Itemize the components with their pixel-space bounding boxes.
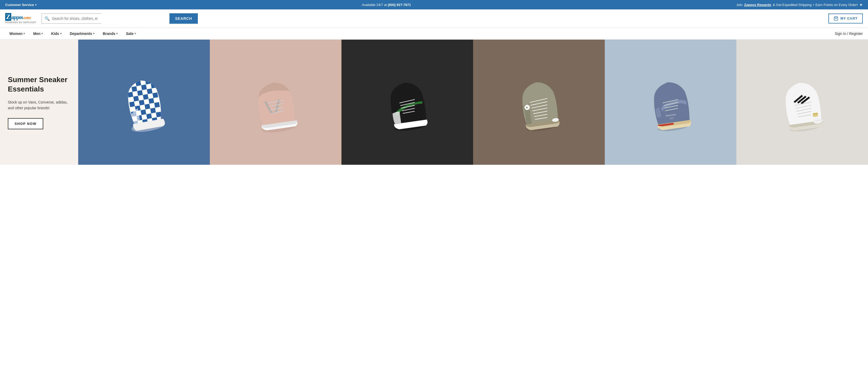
nav-sale-chevron-icon: ▾ xyxy=(134,32,136,35)
hero-description: Stock up on Vans, Converse, adidas, and … xyxy=(8,99,70,111)
customer-service-label: Customer Service xyxy=(5,3,34,7)
svg-rect-20 xyxy=(128,97,134,102)
sneaker-panel-newbalance xyxy=(210,40,341,165)
hero-text-box: Summer Sneaker Essentials Stock up on Va… xyxy=(0,40,78,165)
zappos-logo[interactable]: Zappos.com POWERED BY SERVICE® xyxy=(5,13,36,24)
sneaker-panel-saucony: Saucony Jazz xyxy=(605,40,736,165)
adidas-shoe-art: adidas xyxy=(777,61,828,143)
svg-rect-17 xyxy=(142,89,148,95)
svg-rect-7 xyxy=(150,78,156,84)
available-text: Available 24/7 at xyxy=(362,3,387,7)
svg-rect-48 xyxy=(151,113,157,118)
svg-rect-14 xyxy=(127,92,133,97)
nav-men-chevron-icon: ▾ xyxy=(41,32,43,35)
customer-service-menu[interactable]: Customer Service ▾ xyxy=(5,3,36,7)
nav-kids-label: Kids xyxy=(51,32,59,36)
cart-button[interactable]: MY CART xyxy=(828,13,863,24)
nav-sale-label: Sale xyxy=(126,32,133,36)
nav-item-brands[interactable]: Brands ▾ xyxy=(98,28,122,40)
svg-rect-43 xyxy=(155,107,161,113)
svg-rect-13 xyxy=(151,83,156,89)
svg-rect-41 xyxy=(145,108,151,114)
svg-rect-11 xyxy=(141,85,147,90)
svg-rect-26 xyxy=(129,101,135,107)
svg-rect-18 xyxy=(147,88,153,94)
svg-rect-35 xyxy=(145,104,150,109)
svg-rect-37 xyxy=(154,102,160,108)
nav-women-label: Women xyxy=(9,32,23,36)
nav-item-sale[interactable]: Sale ▾ xyxy=(122,28,140,40)
main-nav: Women ▾ Men ▾ Kids ▾ Departments ▾ Brand… xyxy=(0,28,868,40)
svg-rect-49 xyxy=(156,112,162,117)
sneaker-panel-converse: ★ xyxy=(473,40,605,165)
nav-brands-label: Brands xyxy=(103,32,115,36)
top-bar-right: Join Zappos Rewards & Get Expedited Ship… xyxy=(736,3,863,7)
svg-rect-19 xyxy=(151,88,157,93)
nav-women-chevron-icon: ▾ xyxy=(24,32,25,35)
svg-rect-30 xyxy=(148,98,154,104)
shop-now-button[interactable]: SHOP NOW xyxy=(8,118,43,129)
sneaker-panel-adidas: adidas xyxy=(736,40,868,165)
svg-rect-9 xyxy=(131,86,137,92)
logo-wordmark: Zappos.com xyxy=(5,13,36,21)
search-button[interactable]: SEARCH xyxy=(169,13,198,24)
signin-link[interactable]: Sign In / Register xyxy=(835,32,863,36)
nav-item-women[interactable]: Women ▾ xyxy=(5,28,29,40)
sneaker-panel-puma xyxy=(341,40,473,165)
hero-section: Summer Sneaker Essentials Stock up on Va… xyxy=(0,40,868,165)
nav-item-men[interactable]: Men ▾ xyxy=(29,28,47,40)
svg-rect-12 xyxy=(146,84,152,89)
logo-subtitle: POWERED BY SERVICE® xyxy=(5,21,36,24)
search-icon: 🔍 xyxy=(44,16,50,21)
svg-rect-4 xyxy=(135,81,141,86)
svg-rect-6 xyxy=(145,79,151,85)
star-icon: ★ xyxy=(859,3,863,7)
zappos-rewards-link[interactable]: Zappos Rewards xyxy=(744,3,771,7)
logo-z: Z xyxy=(5,13,11,21)
nav-brands-chevron-icon: ▾ xyxy=(116,32,118,35)
rewards-suffix: & Get Expedited Shipping + Earn Points o… xyxy=(773,3,858,7)
search-form: 🔍 SEARCH xyxy=(41,13,198,24)
svg-rect-16 xyxy=(137,90,143,96)
rewards-prefix: Join xyxy=(736,3,743,7)
search-input[interactable] xyxy=(41,13,101,24)
svg-rect-42 xyxy=(150,108,156,114)
svg-rect-25 xyxy=(153,93,158,98)
saucony-shoe-art: Saucony Jazz xyxy=(645,61,696,143)
svg-rect-27 xyxy=(134,101,140,106)
newbalance-shoe-art xyxy=(249,61,302,144)
svg-rect-34 xyxy=(140,104,146,110)
search-input-wrap: 🔍 xyxy=(41,13,169,24)
svg-rect-46 xyxy=(141,114,147,120)
svg-rect-2 xyxy=(126,82,131,88)
converse-shoe-art: ★ xyxy=(514,61,564,143)
svg-rect-10 xyxy=(136,85,142,91)
nav-departments-label: Departments xyxy=(70,32,92,36)
svg-rect-21 xyxy=(133,96,139,102)
svg-rect-22 xyxy=(138,95,144,101)
nav-item-departments[interactable]: Departments ▾ xyxy=(66,28,99,40)
sneaker-panel-vans xyxy=(78,40,210,165)
cart-icon xyxy=(834,16,838,21)
vans-shoe-art xyxy=(118,60,170,144)
phone-number[interactable]: (800) 927-7671 xyxy=(388,3,411,7)
nav-item-kids[interactable]: Kids ▾ xyxy=(47,28,65,40)
svg-rect-23 xyxy=(143,94,149,100)
svg-rect-8 xyxy=(127,87,132,93)
top-bar-center: Available 24/7 at (800) 927-7671 xyxy=(36,3,736,7)
svg-rect-29 xyxy=(144,99,149,105)
nav-items-list: Women ▾ Men ▾ Kids ▾ Departments ▾ Brand… xyxy=(5,28,140,40)
nav-kids-chevron-icon: ▾ xyxy=(60,32,62,35)
cart-label: MY CART xyxy=(840,17,858,20)
svg-rect-40 xyxy=(141,109,146,115)
svg-text:★: ★ xyxy=(526,106,528,109)
svg-rect-5 xyxy=(140,80,146,86)
svg-rect-47 xyxy=(146,114,152,119)
hero-panels: ★ xyxy=(78,40,868,165)
nav-departments-chevron-icon: ▾ xyxy=(93,32,94,35)
svg-rect-3 xyxy=(131,81,136,87)
svg-rect-24 xyxy=(148,93,153,99)
header: Zappos.com POWERED BY SERVICE® 🔍 SEARCH … xyxy=(0,9,868,28)
svg-rect-28 xyxy=(139,100,145,105)
hero-title: Summer Sneaker Essentials xyxy=(8,75,70,94)
